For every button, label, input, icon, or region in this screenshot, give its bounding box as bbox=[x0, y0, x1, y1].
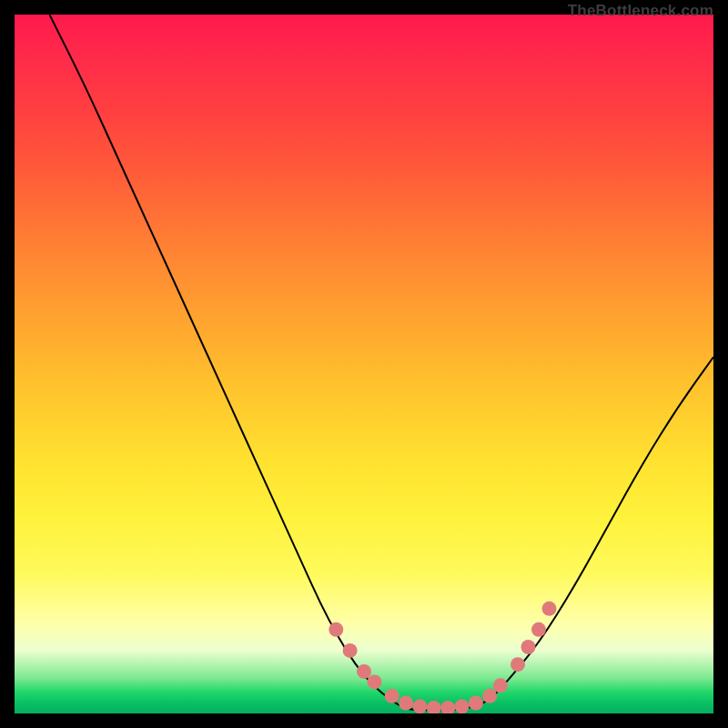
bottleneck-curve bbox=[49, 15, 713, 710]
plot-area: TheBottleneck.com bbox=[15, 15, 713, 713]
highlight-dot bbox=[482, 689, 497, 703]
highlight-dot bbox=[357, 664, 371, 679]
chart-svg bbox=[15, 15, 713, 713]
highlight-dot bbox=[455, 699, 470, 713]
highlight-dots-group bbox=[329, 602, 556, 713]
highlight-dot bbox=[368, 674, 382, 689]
highlight-dot bbox=[399, 696, 413, 711]
highlight-dot bbox=[440, 701, 455, 713]
highlight-dot bbox=[542, 602, 557, 616]
highlight-dot bbox=[412, 699, 427, 713]
highlight-dot bbox=[329, 622, 343, 637]
highlight-dot bbox=[531, 622, 546, 637]
highlight-dot bbox=[343, 643, 358, 658]
highlight-dot bbox=[511, 657, 525, 672]
highlight-dot bbox=[427, 701, 441, 713]
chart-frame: TheBottleneck.com bbox=[0, 0, 728, 728]
highlight-dot bbox=[385, 689, 399, 703]
highlight-dot bbox=[493, 678, 508, 693]
highlight-dot bbox=[469, 696, 483, 711]
highlight-dot bbox=[521, 640, 536, 654]
